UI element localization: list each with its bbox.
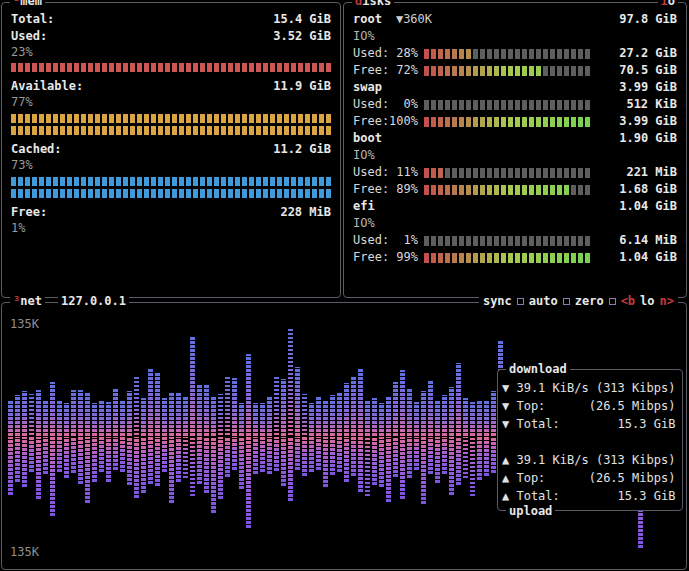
mem-cached-row: Cached: 11.2 GiB <box>2 141 340 158</box>
mem-cached-meter <box>11 175 331 198</box>
disk-swap-used-meter <box>424 100 590 110</box>
disk-root-io-label: IO% <box>353 28 375 45</box>
disk-root-free-meter <box>424 66 590 76</box>
upload-title: upload <box>506 503 555 519</box>
disk-root-io-rate: ▼360K <box>396 11 432 28</box>
mem-total-label: Total: <box>11 11 54 28</box>
io-mode-button[interactable]: io <box>658 0 678 9</box>
disk-efi-size: 1.04 GiB <box>619 198 677 215</box>
zero-toggle[interactable]: zero <box>575 293 604 309</box>
mem-available-row: Available: 11.9 GiB <box>2 78 340 95</box>
disk-swap-used-label: Used: 0% <box>353 96 418 113</box>
mem-available-percent: 77% <box>2 95 340 110</box>
sync-toggle[interactable]: sync <box>483 293 512 309</box>
disk-swap-used-value: 512 KiB <box>626 96 677 113</box>
disk-swap-name: swap <box>353 79 382 96</box>
disk-boot-free-meter <box>424 185 590 195</box>
disk-root-size: 97.8 GiB <box>619 11 677 28</box>
disk-efi-used-label: Used: 1% <box>353 232 418 249</box>
mem-used-meter <box>11 62 331 72</box>
mem-box: ²mem Total: 15.4 GiB Used: 3.52 GiB 23% … <box>1 2 341 298</box>
mem-available-value: 11.9 GiB <box>273 78 331 95</box>
disk-root-used-meter <box>424 49 590 59</box>
sync-toggle-box[interactable] <box>517 298 524 305</box>
disk-efi-free-meter <box>424 253 590 263</box>
disk-root-used-value: 27.2 GiB <box>619 45 677 62</box>
mem-free-value: 228 MiB <box>280 204 331 221</box>
disk-swap-header: swap 3.99 GiB <box>344 79 686 96</box>
disk-root-used-row: Used: 28% 27.2 GiB <box>344 45 686 62</box>
disk-boot-used-value: 221 MiB <box>626 164 677 181</box>
disks-box-title[interactable]: disks <box>352 0 394 9</box>
disk-efi-used-meter <box>424 236 590 246</box>
download-top: ▼ Top: (26.5 Mibps) <box>502 397 678 415</box>
disk-efi-used-value: 6.14 MiB <box>619 232 677 249</box>
mem-used-row: Used: 3.52 GiB <box>2 28 340 45</box>
disk-swap-size: 3.99 GiB <box>619 79 677 96</box>
disk-boot-used-row: Used: 11% 221 MiB <box>344 164 686 181</box>
disk-boot-used-meter <box>424 168 590 178</box>
disk-swap-free-label: Free:100% <box>353 113 418 130</box>
disk-boot-free-label: Free: 89% <box>353 181 418 198</box>
mem-available-label: Available: <box>11 78 83 95</box>
disk-swap-free-meter <box>424 117 590 127</box>
prev-interface-button[interactable]: <b <box>621 293 635 309</box>
disk-root-free-label: Free: 72% <box>353 62 418 79</box>
disk-root-io-row: IO% <box>344 28 686 45</box>
mem-cached-value: 11.2 GiB <box>273 141 331 158</box>
disk-boot-header: boot 1.90 GiB <box>344 130 686 147</box>
mem-title-text: mem <box>20 0 42 8</box>
auto-toggle[interactable]: auto <box>529 293 558 309</box>
disk-swap-free-value: 3.99 GiB <box>619 113 677 130</box>
disk-root-free-row: Free: 72% 70.5 GiB <box>344 62 686 79</box>
mem-cached-percent: 73% <box>2 158 340 173</box>
disk-boot-io-label: IO% <box>353 147 375 164</box>
disk-boot-size: 1.90 GiB <box>619 130 677 147</box>
net-box: ³net 127.0.0.1 sync auto zero <b lo n> 1… <box>1 302 687 570</box>
mem-free-row: Free: 228 MiB <box>2 204 340 221</box>
next-interface-button[interactable]: n> <box>660 293 674 309</box>
disk-boot-io-row: IO% <box>344 147 686 164</box>
download-speed: ▼ 39.1 KiB/s (313 Kibps) <box>502 379 678 397</box>
disk-swap-free-row: Free:100% 3.99 GiB <box>344 113 686 130</box>
net-title-text: net <box>20 294 42 308</box>
disk-root-used-label: Used: 28% <box>353 45 418 62</box>
mem-total-row: Total: 15.4 GiB <box>2 11 340 28</box>
mem-free-label: Free: <box>11 204 47 221</box>
mem-used-percent: 23% <box>2 45 340 60</box>
net-controls: sync auto zero <b lo n> <box>479 293 678 309</box>
mem-used-label: Used: <box>11 28 47 45</box>
mem-total-value: 15.4 GiB <box>273 11 331 28</box>
net-axis-bottom: 135K <box>10 545 39 559</box>
btop-screen: { "colors": { "accent_red": "#c23a3a", "… <box>0 0 689 571</box>
download-title: download <box>506 361 570 377</box>
disk-boot-free-value: 1.68 GiB <box>619 181 677 198</box>
auto-toggle-box[interactable] <box>563 298 570 305</box>
mem-used-value: 3.52 GiB <box>273 28 331 45</box>
disk-efi-name: efi <box>353 198 375 215</box>
disk-efi-free-label: Free: 99% <box>353 249 418 266</box>
net-stats-panel: download upload ▼ 39.1 KiB/s (313 Kibps)… <box>497 369 683 511</box>
disk-root-name: root <box>353 11 382 28</box>
disk-efi-io-label: IO% <box>353 215 375 232</box>
disks-title-text: isks <box>362 0 391 8</box>
disk-boot-name: boot <box>353 130 382 147</box>
disk-efi-header: efi 1.04 GiB <box>344 198 686 215</box>
disk-boot-used-label: Used: 11% <box>353 164 418 181</box>
upload-speed: ▲ 39.1 KiB/s (313 Kibps) <box>502 451 678 469</box>
net-interface-label: 127.0.0.1 <box>58 293 129 309</box>
disk-efi-used-row: Used: 1% 6.14 MiB <box>344 232 686 249</box>
upload-top: ▲ Top: (26.5 Mibps) <box>502 469 678 487</box>
disk-boot-free-row: Free: 89% 1.68 GiB <box>344 181 686 198</box>
panel-spacer <box>502 433 678 451</box>
disk-efi-io-row: IO% <box>344 215 686 232</box>
io-hotkey: i <box>661 0 668 8</box>
mem-cached-label: Cached: <box>11 141 62 158</box>
disk-efi-free-row: Free: 99% 1.04 GiB <box>344 249 686 266</box>
disk-efi-free-value: 1.04 GiB <box>619 249 677 266</box>
disks-box: disks io root ▼360K 97.8 GiB IO% Used: 2… <box>343 2 687 298</box>
mem-free-percent: 1% <box>2 221 340 236</box>
zero-toggle-box[interactable] <box>609 298 616 305</box>
mem-box-title[interactable]: ²mem <box>10 0 45 9</box>
net-box-title[interactable]: ³net <box>10 293 45 309</box>
